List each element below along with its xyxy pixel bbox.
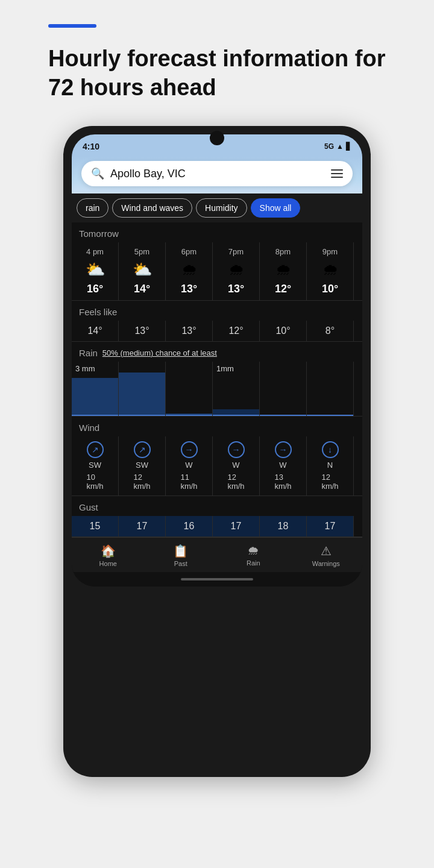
hour-label-4: 8pm xyxy=(275,247,291,256)
feels-val-0: 14° xyxy=(87,326,102,336)
hour-temp-3: 13° xyxy=(228,283,244,295)
tab-wind-waves[interactable]: Wind and waves xyxy=(112,198,192,218)
status-bar: 4:10 5G ▲ ▋ xyxy=(72,134,362,156)
feels-row[interactable]: 14° 13° 13° 12° 10° 8° xyxy=(72,321,362,341)
wind-dir-5: N xyxy=(327,461,333,470)
wind-cell-0: ↗ SW 10km/h xyxy=(72,436,119,495)
bottom-nav: 🏠 Home 📋 Past 🌧 Rain ⚠ Warnings xyxy=(72,537,362,572)
wind-speed-4: 13km/h xyxy=(274,473,291,491)
nav-past-label: Past xyxy=(174,560,187,567)
rain-bar-cell-5 xyxy=(307,362,354,416)
hour-cell-7pm: 7pm 🌧 13° xyxy=(213,242,260,300)
search-location: Apollo Bay, VIC xyxy=(110,168,186,180)
hour-cell-4pm: 4 pm ⛅ 16° xyxy=(72,242,119,300)
wind-speed-2: 11km/h xyxy=(180,473,197,491)
nav-past[interactable]: 📋 Past xyxy=(145,538,218,572)
search-left: 🔍 Apollo Bay, VIC xyxy=(91,167,186,180)
rain-bars: 3 mm xyxy=(72,362,362,416)
weather-icon-5: 🌧 xyxy=(319,259,341,280)
notch xyxy=(210,134,224,145)
rain-bar-cell-4 xyxy=(260,362,307,416)
wind-cell-2: → W 11km/h xyxy=(166,436,213,495)
gust-header: Gust xyxy=(72,496,362,516)
network-label: 5G xyxy=(324,142,334,151)
feels-val-1: 13° xyxy=(134,326,149,336)
nav-rain[interactable]: 🌧 Rain xyxy=(217,538,290,572)
page-headline: Hourly forecast information for 72 hours… xyxy=(48,45,386,102)
rain-section: Rain 50% (medium) chance of at least 3 m… xyxy=(72,342,362,417)
hour-temp-1: 14° xyxy=(134,283,150,295)
wind-arrow-4: → xyxy=(275,441,292,458)
page-container: Hourly forecast information for 72 hours… xyxy=(0,0,434,868)
gust-cell-5: 17 xyxy=(307,516,354,536)
rain-header: Rain 50% (medium) chance of at least xyxy=(72,342,362,362)
hour-temp-5: 10° xyxy=(322,283,338,295)
tabs-row: rain Wind and waves Humidity Show all xyxy=(72,193,362,222)
weather-icon-4: 🌧 xyxy=(272,259,294,280)
wind-header: Wind xyxy=(72,417,362,436)
rain-bar-cell-3: 1mm xyxy=(213,362,260,416)
hour-label-3: 7pm xyxy=(228,247,244,256)
nav-home[interactable]: 🏠 Home xyxy=(72,538,145,572)
feels-val-3: 12° xyxy=(228,326,243,336)
nav-rain-label: Rain xyxy=(247,559,260,567)
rain-nav-icon: 🌧 xyxy=(247,544,259,558)
wind-label: Wind xyxy=(79,423,99,433)
home-bar xyxy=(181,578,253,580)
hamburger-menu[interactable] xyxy=(331,169,343,178)
feels-like-label: Feels like xyxy=(79,307,117,317)
hour-label-0: 4 pm xyxy=(86,247,104,256)
nav-warnings-label: Warnings xyxy=(312,560,340,567)
hour-cell-9pm: 9pm 🌧 10° xyxy=(307,242,354,300)
gust-label: Gust xyxy=(79,502,98,512)
rain-bar-cell-0: 3 mm xyxy=(72,362,119,416)
gust-cell-1: 17 xyxy=(119,516,166,536)
status-icons: 5G ▲ ▋ xyxy=(324,142,351,151)
nav-home-label: Home xyxy=(99,560,117,567)
feels-cell-0: 14° xyxy=(72,321,119,341)
weather-icon-1: ⛅ xyxy=(131,259,153,280)
gust-row[interactable]: 15 17 16 17 18 17 xyxy=(72,516,362,536)
wind-row[interactable]: ↗ SW 10km/h ↗ SW 12km/h → W 11km/h xyxy=(72,436,362,495)
hour-label-5: 9pm xyxy=(322,247,338,256)
tab-show-all[interactable]: Show all xyxy=(251,198,301,218)
weather-icon-2: 🌧 xyxy=(178,259,200,280)
gust-val-0: 15 xyxy=(90,521,101,532)
phone-shell: 4:10 5G ▲ ▋ 🔍 Apollo Bay, VIC xyxy=(63,126,371,777)
wind-dir-0: SW xyxy=(89,461,101,470)
wind-arrow-3: → xyxy=(228,441,245,458)
search-icon: 🔍 xyxy=(91,167,104,180)
tab-rain[interactable]: rain xyxy=(77,198,108,218)
nav-warnings[interactable]: ⚠ Warnings xyxy=(290,538,363,572)
rain-bar-1 xyxy=(119,373,165,416)
hour-temp-4: 12° xyxy=(275,283,291,295)
home-icon: 🏠 xyxy=(101,544,116,558)
rain-bar-cell-1 xyxy=(119,362,166,416)
battery-icon: ▋ xyxy=(346,142,351,151)
rain-bar-cell-2 xyxy=(166,362,213,416)
tomorrow-label: Tomorrow xyxy=(79,228,119,239)
wind-arrow-2: → xyxy=(181,441,198,458)
wind-arrow-1: ↗ xyxy=(134,441,151,458)
rain-mm-0: 3 mm xyxy=(75,364,95,373)
search-bar[interactable]: 🔍 Apollo Bay, VIC xyxy=(81,161,353,186)
wind-speed-0: 10km/h xyxy=(86,473,103,491)
weather-icon-3: 🌧 xyxy=(225,259,247,280)
wind-section: Wind ↗ SW 10km/h ↗ SW 12km/h xyxy=(72,417,362,496)
rain-mm-3: 1mm xyxy=(216,364,234,373)
status-time: 4:10 xyxy=(83,142,99,151)
weather-icon-0: ⛅ xyxy=(84,259,106,280)
gust-section: Gust 15 17 16 17 18 17 xyxy=(72,496,362,537)
phone-inner: 4:10 5G ▲ ▋ 🔍 Apollo Bay, VIC xyxy=(72,134,362,587)
tab-humidity[interactable]: Humidity xyxy=(196,198,247,218)
feels-cell-3: 12° xyxy=(213,321,260,341)
tomorrow-header: Tomorrow xyxy=(72,222,362,242)
hourly-scroll[interactable]: 4 pm ⛅ 16° 5pm ⛅ 14° 6pm 🌧 13° xyxy=(72,242,362,301)
wind-speed-5: 12km/h xyxy=(321,473,338,491)
wind-cell-4: → W 13km/h xyxy=(260,436,307,495)
rain-line-0 xyxy=(72,415,118,416)
wind-arrow-5: ↓ xyxy=(322,441,339,458)
accent-bar xyxy=(48,24,96,28)
gust-cell-0: 15 xyxy=(72,516,119,536)
feels-val-2: 13° xyxy=(181,326,196,336)
